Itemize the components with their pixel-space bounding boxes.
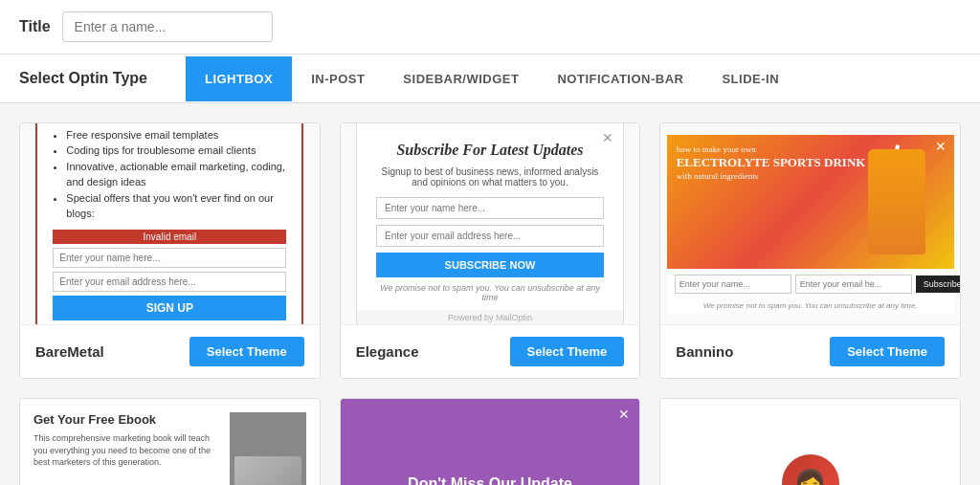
- bannino-email-input[interactable]: [795, 275, 912, 294]
- bannino-popup: ✕ how to make your own ELECTROLYTE SPORT…: [667, 135, 954, 314]
- theme-card-bannino: ✕ how to make your own ELECTROLYTE SPORT…: [659, 122, 961, 379]
- bannino-text-overlay: how to make your own ELECTROLYTE SPORTS …: [677, 144, 866, 183]
- bannino-subscribe-button[interactable]: Subscribe Now: [916, 276, 960, 293]
- close-icon[interactable]: ✕: [618, 407, 630, 422]
- ebook-content: Get Your Free Ebook This comprehensive m…: [20, 399, 320, 485]
- elegance-powered: Powered by MailOptin: [357, 310, 623, 324]
- bullet-4: Special offers that you won't ever find …: [66, 190, 286, 222]
- ebook-image: [230, 412, 306, 485]
- theme-card-profile: 👩 Alicia Bakery CEO - A really good hub: [659, 398, 961, 485]
- elegance-footer: Elegance Select Theme: [341, 324, 640, 378]
- profile-content: 👩 Alicia Bakery CEO - A really good hub: [660, 399, 960, 485]
- ebook-book-graphic: [234, 456, 301, 485]
- baremetal-footer: BareMetal Select Theme: [20, 324, 320, 378]
- elegance-subscribe-button[interactable]: SUBSCRIBE NOW: [376, 253, 604, 277]
- name-input[interactable]: [62, 11, 273, 42]
- theme-card-dontmiss: ✕ Don't Miss Our Update Be the first to …: [340, 398, 641, 485]
- bullet-2: Coding tips for troublesome email client…: [66, 143, 286, 159]
- bannino-name: Bannino: [676, 343, 733, 360]
- bannino-big-text: ELECTROLYTE SPORTS DRINK: [677, 155, 866, 171]
- bannino-name-input[interactable]: [675, 275, 791, 294]
- optin-type-label: Select Optin Type: [19, 55, 167, 102]
- baremetal-name-input[interactable]: [53, 248, 286, 268]
- theme-preview-bannino: ✕ how to make your own ELECTROLYTE SPORT…: [660, 123, 960, 324]
- themes-grid: ✕ Get a little acid in your inbox Free r…: [0, 103, 980, 485]
- bannino-footer: Bannino Select Theme: [660, 324, 960, 378]
- bullet-3: Innovative, actionable email marketing, …: [66, 159, 286, 190]
- theme-preview-baremetal: ✕ Get a little acid in your inbox Free r…: [20, 123, 320, 324]
- bannino-select-button[interactable]: Select Theme: [830, 337, 945, 366]
- tab-sidebar[interactable]: SIDEBAR/WIDGET: [384, 56, 538, 101]
- avatar: 👩: [782, 454, 839, 485]
- tab-in-post[interactable]: IN-POST: [292, 56, 384, 101]
- bannino-disclaimer: We promise not to spam you. You can unsu…: [667, 299, 954, 314]
- baremetal-disclaimer: We promise not to spam you. You can unsu…: [53, 324, 286, 325]
- close-icon[interactable]: ✕: [935, 139, 947, 154]
- ebook-preview: Get Your Free Ebook This comprehensive m…: [20, 399, 320, 485]
- elegance-name-input[interactable]: [376, 197, 604, 219]
- ebook-headline: Get Your Free Ebook: [33, 412, 220, 427]
- bannino-headline: how to make your own: [677, 144, 866, 156]
- elegance-name: Elegance: [356, 343, 419, 360]
- elegance-headline: Subscribe For Latest Updates: [376, 142, 604, 159]
- elegance-email-input[interactable]: [376, 225, 604, 247]
- theme-card-elegance: ✕ Subscribe For Latest Updates Signup to…: [340, 122, 641, 379]
- baremetal-name: BareMetal: [35, 343, 104, 360]
- dontmiss-headline: Don't Miss Our Update: [408, 475, 572, 485]
- tab-notification-bar[interactable]: NOTIFICATION-BAR: [538, 56, 702, 101]
- error-bar: Invalid email: [53, 230, 286, 244]
- baremetal-select-button[interactable]: Select Theme: [189, 337, 304, 366]
- avatar-icon: 👩: [793, 468, 827, 486]
- elegance-select-button[interactable]: Select Theme: [510, 337, 625, 366]
- close-icon[interactable]: ✕: [602, 130, 613, 145]
- ebook-text: Get Your Free Ebook This comprehensive m…: [33, 412, 220, 485]
- bannino-sub-text: with natural ingredients: [677, 171, 866, 183]
- optin-tabs: LIGHTBOX IN-POST SIDEBAR/WIDGET NOTIFICA…: [186, 56, 798, 101]
- tab-slide-in[interactable]: SLIDE-IN: [702, 56, 798, 101]
- baremetal-signup-button[interactable]: SIGN UP: [53, 296, 286, 320]
- bullet-1: Free responsive email templates: [66, 127, 286, 143]
- ebook-description: This comprehensive marketing book will t…: [33, 432, 220, 469]
- bannino-image-area: how to make your own ELECTROLYTE SPORTS …: [667, 135, 954, 269]
- theme-card-baremetal: ✕ Get a little acid in your inbox Free r…: [19, 122, 321, 379]
- baremetal-email-input[interactable]: [53, 272, 286, 292]
- top-bar: Title: [0, 0, 980, 55]
- baremetal-popup: ✕ Get a little acid in your inbox Free r…: [35, 123, 303, 324]
- elegance-disclaimer: We promise not to spam you. You can unsu…: [376, 283, 604, 302]
- elegance-description: Signup to best of business news, informe…: [376, 166, 604, 187]
- bannino-form: Subscribe Now: [667, 269, 954, 299]
- theme-card-ebook: Get Your Free Ebook This comprehensive m…: [19, 398, 321, 485]
- purple-content: ✕ Don't Miss Our Update Be the first to …: [341, 399, 640, 485]
- dontmiss-preview: ✕ Don't Miss Our Update Be the first to …: [341, 399, 640, 485]
- profile-preview: 👩 Alicia Bakery CEO - A really good hub: [660, 399, 960, 485]
- optin-type-bar: Select Optin Type LIGHTBOX IN-POST SIDEB…: [0, 55, 980, 103]
- page-title: Title: [19, 18, 51, 35]
- tab-lightbox[interactable]: LIGHTBOX: [186, 56, 292, 101]
- baremetal-bullets: Free responsive email templates Coding t…: [53, 127, 286, 222]
- elegance-popup: ✕ Subscribe For Latest Updates Signup to…: [356, 123, 624, 324]
- drink-image: [868, 149, 925, 254]
- theme-preview-elegance: ✕ Subscribe For Latest Updates Signup to…: [341, 123, 640, 324]
